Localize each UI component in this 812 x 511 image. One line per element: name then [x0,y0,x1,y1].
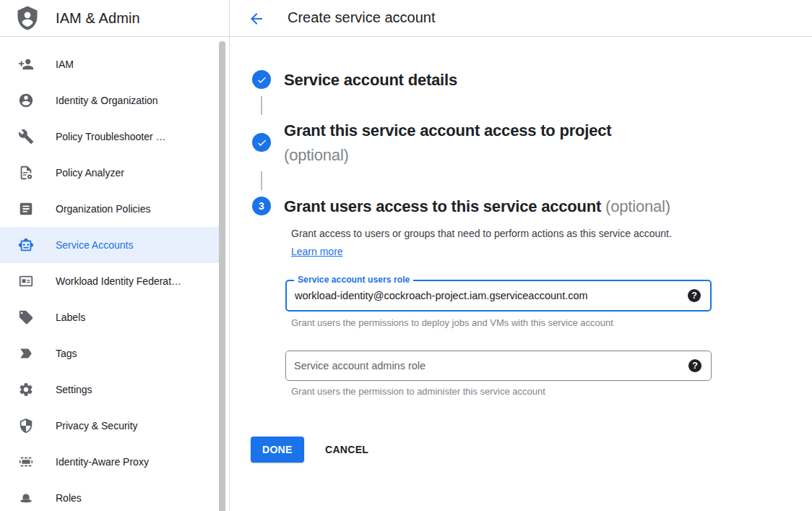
step3-optional-label: (optional) [605,197,670,215]
wrench-icon [17,128,35,145]
step-connector [261,171,262,190]
sidebar-item-iam[interactable]: IAM [0,46,219,82]
sidebar-item-label: Roles [56,492,82,504]
sidebar-item-identity-aware-proxy[interactable]: Identity-Aware Proxy [0,444,219,480]
back-arrow-icon[interactable] [247,9,266,28]
learn-more-link[interactable]: Learn more [291,246,343,257]
shield-half-icon [17,417,35,434]
sidebar-item-policy-analyzer[interactable]: Policy Analyzer [0,155,219,191]
sidebar-item-roles[interactable]: Roles [0,480,219,511]
help-icon[interactable]: ? [688,359,701,372]
step2-check-icon [252,133,271,152]
sidebar-item-privacy-security[interactable]: Privacy & Security [0,408,219,444]
app-title: IAM & Admin [56,10,140,27]
sidebar-item-label: Settings [56,384,92,395]
service-account-users-role-field: Service account users role ? [285,280,712,312]
article-icon [17,200,35,218]
sidebar-item-settings[interactable]: Settings [0,372,219,408]
step1-title: Service account details [284,71,457,89]
sidebar-scrollbar[interactable] [219,41,225,511]
step2-title: Grant this service account access to pro… [284,121,611,139]
sidebar-item-organization-policies[interactable]: Organization Policies [0,191,219,227]
sidebar-item-label: Tags [56,348,77,359]
sidebar-item-label: Policy Troubleshooter … [56,131,166,142]
sidebar-item-tags[interactable]: Tags [0,335,219,372]
proxy-icon [17,453,35,471]
sidebar-nav: IAM Identity & Organization Policy Troub… [0,37,219,511]
sidebar-item-label: Service Accounts [56,239,133,251]
robot-icon [17,236,35,254]
tag-icon [17,309,35,326]
sidebar-item-service-accounts[interactable]: Service Accounts [0,227,219,263]
sidebar-item-label: IAM [56,59,74,70]
step1-check-icon [252,70,271,89]
cancel-button[interactable]: CANCEL [314,437,380,463]
iam-admin-shield-icon [14,5,40,31]
help-icon[interactable]: ? [688,289,701,302]
sidebar-item-policy-troubleshooter[interactable]: Policy Troubleshooter … [0,119,219,155]
step2-heading[interactable]: Grant this service account access to pro… [284,119,688,168]
step3-number-badge: 3 [252,197,271,215]
sidebar-item-label: Privacy & Security [56,420,138,431]
users-role-input[interactable] [287,281,710,310]
done-button[interactable]: DONE [251,437,304,463]
admins-role-helper-text: Grant users the permission to administer… [291,386,545,397]
step-connector [261,96,262,115]
users-role-helper-text: Grant users the permissions to deploy jo… [291,317,613,328]
step3-number: 3 [259,200,264,212]
service-account-admins-role-field: ? [285,351,712,381]
sidebar-item-workload-identity-federation[interactable]: Workload Identity Federat… [0,263,219,299]
person-add-icon [17,56,35,73]
page-title: Create service account [288,9,436,26]
sidebar-item-label: Identity & Organization [56,95,158,106]
step3-description-text: Grant access to users or groups that nee… [291,228,672,239]
label-important-icon [17,345,35,362]
topbar: Create service account [230,0,812,37]
sidebar-header: IAM & Admin [0,0,229,37]
badge-icon [17,272,35,290]
sidebar-item-label: Identity-Aware Proxy [56,456,149,468]
admins-role-input[interactable] [286,351,711,380]
sidebar-item-identity-organization[interactable]: Identity & Organization [0,82,219,119]
gear-icon [17,381,35,398]
sidebar-item-label: Policy Analyzer [56,167,124,179]
sidebar-item-labels[interactable]: Labels [0,299,219,335]
policy-analyzer-icon [17,164,35,181]
step2-optional-label: (optional) [284,143,688,168]
sidebar-item-label: Workload Identity Federat… [56,275,181,287]
sidebar-item-label: Organization Policies [56,203,151,215]
step1-heading[interactable]: Service account details [284,68,457,93]
step3-description: Grant access to users or groups that nee… [291,225,687,261]
sidebar: IAM & Admin IAM Identity & Organization … [0,0,229,511]
sidebar-item-label: Labels [56,312,85,323]
main-panel: Create service account Service account d… [230,0,812,511]
step3-heading: Grant users access to this service accou… [284,194,790,219]
hat-icon [17,489,35,507]
identity-icon [17,92,35,109]
step3-title: Grant users access to this service accou… [284,197,601,215]
